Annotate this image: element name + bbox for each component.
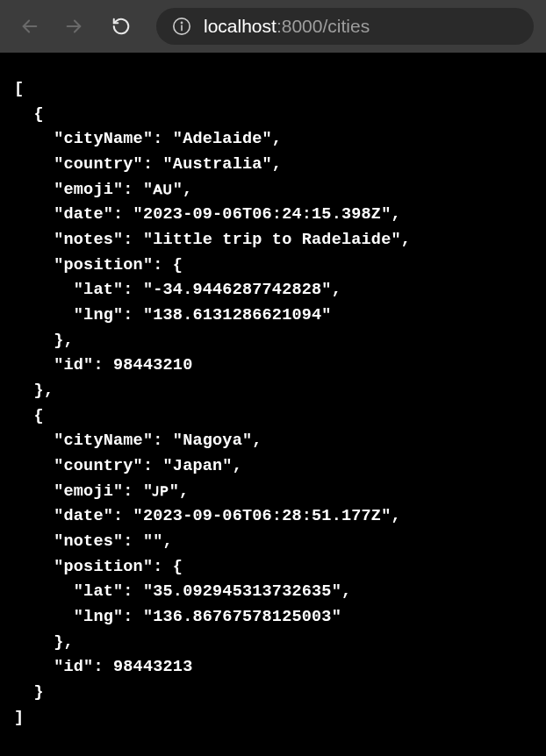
forward-button[interactable]	[56, 9, 91, 44]
address-bar[interactable]: localhost:8000/cities	[156, 8, 534, 45]
browser-toolbar: localhost:8000/cities	[0, 0, 546, 53]
url-path: /cities	[322, 16, 370, 36]
reload-icon	[111, 17, 131, 36]
url-text: localhost:8000/cities	[204, 16, 370, 37]
url-host: localhost	[204, 16, 277, 36]
reload-button[interactable]	[104, 9, 139, 44]
arrow-left-icon	[20, 17, 40, 36]
arrow-right-icon	[64, 17, 83, 36]
json-response: [ { "cityName": "Adelaide", "country": "…	[14, 77, 532, 731]
response-content: [ { "cityName": "Adelaide", "country": "…	[0, 53, 546, 755]
back-button[interactable]	[12, 9, 47, 44]
url-port: :8000	[277, 16, 323, 36]
info-icon	[172, 17, 191, 36]
svg-point-4	[181, 22, 182, 23]
